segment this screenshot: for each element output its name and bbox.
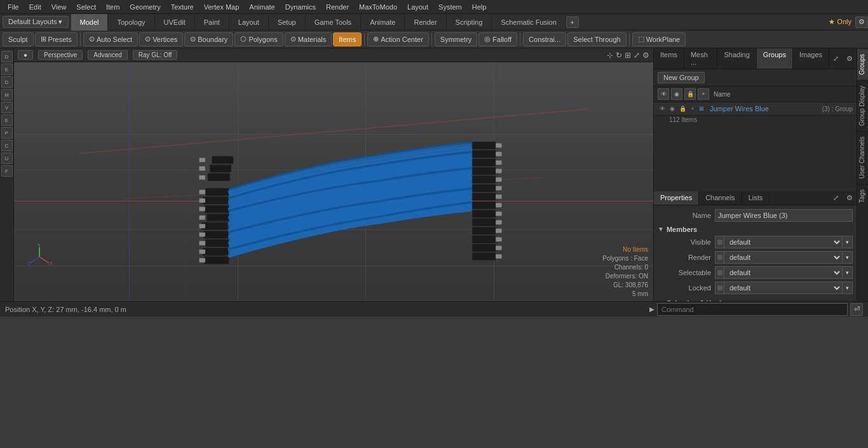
- layout-tab-topology[interactable]: Topology: [108, 14, 154, 31]
- right-tab-groups[interactable]: Groups: [757, 48, 793, 69]
- layout-tab-model[interactable]: Model: [71, 14, 109, 31]
- sidebar-tool-2[interactable]: D: [1, 76, 13, 88]
- sidebar-tool-1[interactable]: E: [1, 64, 13, 75]
- menu-edit[interactable]: Edit: [24, 2, 46, 12]
- sculpt-button[interactable]: Sculpt: [3, 32, 34, 46]
- constrain-button[interactable]: Constrai...: [523, 32, 566, 46]
- right-tab-mesh[interactable]: Mesh ...: [684, 48, 718, 69]
- sidebar-tool-3[interactable]: M: [1, 89, 13, 100]
- sidebar-tool-0[interactable]: D: [1, 51, 13, 62]
- plus-icon[interactable]: +: [698, 88, 709, 100]
- lock-icon[interactable]: 🔒: [684, 88, 696, 100]
- sidebar-tool-6[interactable]: P: [1, 127, 13, 139]
- selectable-dropdown-arrow[interactable]: ▾: [843, 266, 853, 279]
- vtab-group-display[interactable]: Group Display: [857, 80, 868, 131]
- menu-vertex-map[interactable]: Vertex Map: [199, 2, 245, 12]
- props-settings-icon[interactable]: ⚙: [843, 191, 857, 205]
- layout-dropdown[interactable]: Default Layouts ▾: [3, 16, 69, 28]
- group-expand-icon[interactable]: +: [688, 104, 697, 113]
- layout-tab-paint[interactable]: Paint: [195, 14, 229, 31]
- new-group-button[interactable]: New Group: [658, 72, 705, 83]
- props-tab-lists[interactable]: Lists: [742, 191, 770, 205]
- work-plane-button[interactable]: ⬚ WorkPlane: [632, 32, 686, 46]
- sidebar-tool-7[interactable]: C: [1, 140, 13, 151]
- layout-gear-button[interactable]: ⚙: [855, 17, 868, 28]
- locked-dropdown-arrow[interactable]: ▾: [843, 282, 853, 294]
- vtab-groups[interactable]: Groups: [857, 48, 868, 80]
- visible-dropdown-arrow[interactable]: ▾: [843, 236, 853, 248]
- layout-tab-scripting[interactable]: Scripting: [447, 14, 492, 31]
- selectable-select[interactable]: default: [724, 266, 843, 279]
- layout-tab-game-tools[interactable]: Game Tools: [306, 14, 362, 31]
- right-tab-images[interactable]: Images: [793, 48, 829, 69]
- sel-keying-header[interactable]: ▼ Selection & Keying: [658, 299, 853, 302]
- menu-layout[interactable]: Layout: [402, 2, 433, 12]
- sidebar-tool-5[interactable]: E: [1, 114, 13, 126]
- falloff-button[interactable]: ◎ Falloff: [478, 32, 517, 46]
- props-tab-properties[interactable]: Properties: [654, 191, 699, 205]
- layout-add-button[interactable]: +: [566, 17, 579, 28]
- boundary-button[interactable]: ⊙ Boundary: [184, 32, 233, 46]
- vp-fit-icon[interactable]: ⊹: [607, 51, 613, 60]
- items-button[interactable]: Items: [333, 32, 362, 46]
- vp-perspective-btn[interactable]: Perspective: [38, 50, 83, 60]
- presets-button[interactable]: ⊞ Presets: [35, 32, 78, 46]
- cmd-enter-button[interactable]: ⏎: [850, 303, 863, 316]
- name-input[interactable]: [715, 209, 853, 222]
- vp-settings-icon[interactable]: ⚙: [642, 51, 649, 60]
- menu-item[interactable]: Item: [101, 2, 125, 12]
- vp-rotate-icon[interactable]: ↻: [616, 51, 622, 60]
- menu-texture[interactable]: Texture: [166, 2, 199, 12]
- auto-select-button[interactable]: ⊙ Auto Select: [83, 32, 138, 46]
- vp-expand-icon[interactable]: ⤢: [634, 51, 640, 60]
- layout-tab-animate[interactable]: Animate: [361, 14, 405, 31]
- sidebar-tool-4[interactable]: V: [1, 102, 13, 113]
- viewport-canvas[interactable]: X Z Y No Items Polygons : Face Channels:…: [14, 62, 653, 301]
- visible-select[interactable]: default: [724, 236, 843, 248]
- vtab-user-channels[interactable]: User Channels: [857, 131, 868, 184]
- vp-advanced-btn[interactable]: Advanced: [88, 50, 127, 60]
- menu-help[interactable]: Help: [467, 2, 492, 12]
- polygons-button[interactable]: ⬡ Polygons: [234, 32, 283, 46]
- props-expand-icon[interactable]: ⤢: [829, 191, 843, 205]
- layout-tab-layout[interactable]: Layout: [229, 14, 269, 31]
- render-icon[interactable]: ◉: [671, 88, 682, 100]
- menu-dynamics[interactable]: Dynamics: [280, 2, 321, 12]
- menu-select[interactable]: Select: [71, 2, 101, 12]
- props-tab-channels[interactable]: Channels: [699, 191, 742, 205]
- sidebar-tool-9[interactable]: F: [1, 165, 13, 177]
- render-select[interactable]: default: [724, 251, 843, 264]
- eye-icon[interactable]: 👁: [658, 88, 669, 100]
- vtab-tags[interactable]: Tags: [857, 184, 868, 208]
- vp-mode-indicator[interactable]: ●: [18, 50, 33, 60]
- render-dropdown-arrow[interactable]: ▾: [843, 251, 853, 264]
- vertices-button[interactable]: ⊙ Vertices: [139, 32, 183, 46]
- menu-system[interactable]: System: [433, 2, 467, 12]
- action-center-button[interactable]: ⊕ Action Center: [367, 32, 429, 46]
- panel-settings-icon[interactable]: ⚙: [843, 52, 857, 65]
- symmetry-button[interactable]: Symmetry: [435, 32, 478, 46]
- menu-maxtomodo[interactable]: MaxToModo: [354, 2, 402, 12]
- members-section-header[interactable]: ▼ Members: [658, 226, 853, 233]
- vp-zoom-icon[interactable]: ⊞: [625, 51, 631, 60]
- panel-expand-icon[interactable]: ⤢: [829, 52, 843, 65]
- layout-tab-render[interactable]: Render: [405, 14, 446, 31]
- menu-geometry[interactable]: Geometry: [125, 2, 165, 12]
- layout-tab-uvedit[interactable]: UVEdit: [155, 14, 195, 31]
- layout-tab-schematic[interactable]: Schematic Fusion: [492, 14, 566, 31]
- materials-button[interactable]: ⊙ Materials: [285, 32, 332, 46]
- group-row-jumper[interactable]: 👁 ◉ 🔒 + ⊞ Jumper Wires Blue (3) : Group: [654, 102, 857, 116]
- select-through-button[interactable]: Select Through: [567, 32, 626, 46]
- menu-file[interactable]: File: [3, 2, 24, 12]
- menu-animate[interactable]: Animate: [244, 2, 280, 12]
- layout-tab-setup[interactable]: Setup: [269, 14, 306, 31]
- locked-select[interactable]: default: [724, 282, 843, 294]
- command-input[interactable]: [657, 303, 848, 316]
- right-tab-items[interactable]: Items: [654, 48, 684, 69]
- menu-view[interactable]: View: [46, 2, 72, 12]
- sidebar-tool-8[interactable]: U: [1, 153, 13, 164]
- menu-render[interactable]: Render: [321, 2, 354, 12]
- right-tab-shading[interactable]: Shading: [717, 48, 756, 69]
- vp-raygl-btn[interactable]: Ray GL: Off: [133, 50, 178, 60]
- viewport[interactable]: ● Perspective Advanced Ray GL: Off ⊹ ↻ ⊞…: [14, 48, 653, 301]
